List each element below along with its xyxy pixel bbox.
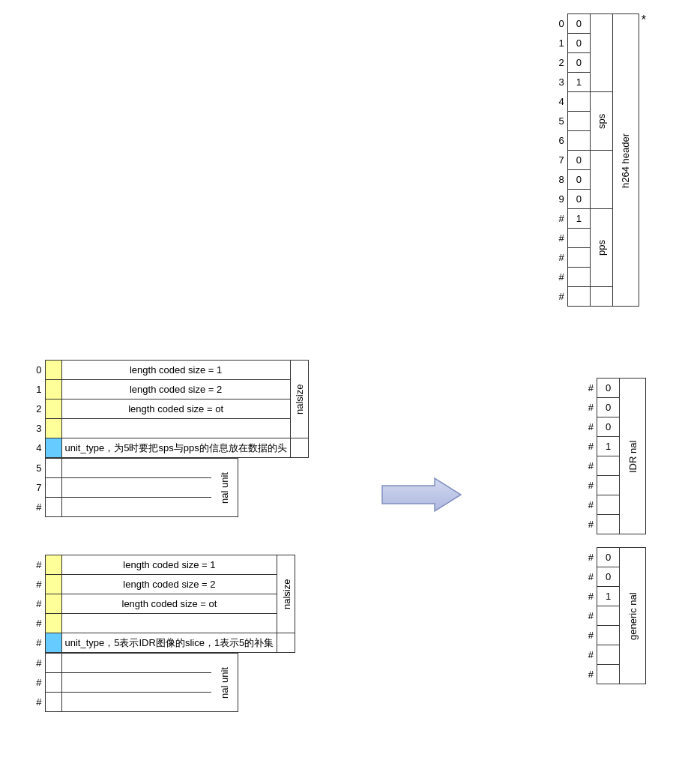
cell-value: 0 [567,14,590,34]
row-index: # [575,437,597,456]
nalunit-label-bottom: nal unit [211,654,238,712]
row-index: # [545,268,567,287]
row-index: 0 [545,14,567,34]
empty-cell [61,419,290,438]
arrow-section [375,472,465,519]
row-index: # [575,665,597,684]
cyan-cell [45,438,61,458]
row-index: # [575,548,597,567]
row-index: 8 [545,170,567,190]
cell-value [597,456,620,476]
cell-value [567,92,590,112]
star-label: * [639,13,646,27]
cell-value [597,495,620,515]
table-row: 2 length coded size = ot [30,399,308,419]
svg-marker-0 [382,478,461,511]
nal-unit-top-extra: 5 nal unit 7 # [30,458,238,517]
section-label-sps: sps [590,92,612,151]
table-row: # [30,614,295,633]
table-row: # 0 IDR nal [575,379,646,398]
cell-value [597,606,620,626]
row-index: # [30,654,45,673]
row-index: # [545,248,567,268]
table-row: 4 unit_type，为5时要把sps与pps的信息放在数据的头 [30,438,308,458]
row-index: 7 [545,151,567,170]
row-index: 2 [545,53,567,73]
cell-value [567,248,590,268]
h264-header-section: 0 0 h264 header 1 0 2 0 3 1 4 sps [545,13,646,307]
cell-value: 0 [597,417,620,437]
row-index: 3 [545,73,567,92]
table-row: 5 nal unit [30,459,238,478]
cell-value: 1 [597,437,620,456]
row-index: 7 [30,478,45,498]
yellow-cell [45,419,61,438]
table-row: 0 0 h264 header [545,14,639,34]
table-row: # [30,693,238,712]
row-index: 5 [30,459,45,478]
row-index: # [575,417,597,437]
h264-header-table: 0 0 h264 header 1 0 2 0 3 1 4 sps [545,13,639,307]
table-row: # unit_type，5表示IDR图像的slice，1表示5的补集 [30,633,295,653]
nal-unit-top: 0 length coded size = 1 nalsize 1 length… [30,360,309,517]
cell-value: 1 [597,587,620,606]
length-coded-size-2-b: length coded size = 2 [61,575,277,594]
table-row: 3 [30,419,308,438]
cell-value: 0 [567,170,590,190]
yellow-cell [45,380,61,399]
cell-value: 0 [597,548,620,567]
cell-value [567,229,590,248]
row-index: # [30,693,45,712]
row-index: # [575,456,597,476]
row-index: # [575,645,597,665]
row-index: 0 [30,361,45,380]
cell-value: 0 [567,190,590,209]
nal-unit-bottom-extra: # nal unit # # [30,653,238,712]
yellow-cell [45,614,61,633]
cell-value: 0 [567,34,590,53]
table-row: # 0 generic nal [575,548,646,567]
cell-value [597,626,620,645]
empty-nalsize-b [277,633,295,653]
row-index: # [575,398,597,417]
table-row: # length coded size = 2 [30,575,295,594]
yellow-cell [45,594,61,614]
row-index: # [30,594,45,614]
row-index: 3 [30,419,45,438]
generic-nal-section: # 0 generic nal # 0 # 1 # # # [575,547,647,684]
row-index: # [30,673,45,693]
row-index: # [545,287,567,307]
row-index: # [545,209,567,229]
table-row: 7 [30,478,238,498]
cell-value [597,645,620,665]
yellow-cell [45,361,61,380]
row-index: # [575,587,597,606]
length-coded-size-1-b: length coded size = 1 [61,555,277,575]
table-row: # length coded size = ot [30,594,295,614]
row-index: # [575,606,597,626]
length-coded-size-1: length coded size = 1 [61,361,290,380]
row-index: # [30,575,45,594]
row-index: 1 [545,34,567,53]
nalsize-label-bottom: nalsize [277,555,295,633]
row-index: # [575,379,597,398]
row-index: # [30,498,45,517]
idr-nal-table: # 0 IDR nal # 0 # 0 # 1 # # [575,378,647,534]
cell-value [597,476,620,495]
yellow-cell [45,575,61,594]
cell-value [597,515,620,534]
unit-type-bottom: unit_type，5表示IDR图像的slice，1表示5的补集 [61,633,277,653]
length-coded-size-2: length coded size = 2 [61,380,290,399]
nal-unit-top-table: 0 length coded size = 1 nalsize 1 length… [30,360,309,458]
section-label-blank2 [590,151,612,209]
row-index: # [30,555,45,575]
cell-value [567,268,590,287]
cell-value [567,112,590,131]
cell-value: 0 [567,53,590,73]
row-index: 5 [545,112,567,131]
cell-value: 0 [567,151,590,170]
unit-type-top: unit_type，为5时要把sps与pps的信息放在数据的头 [61,438,290,458]
row-index: # [575,495,597,515]
cyan-cell-b [45,633,61,653]
table-row: # [30,673,238,693]
